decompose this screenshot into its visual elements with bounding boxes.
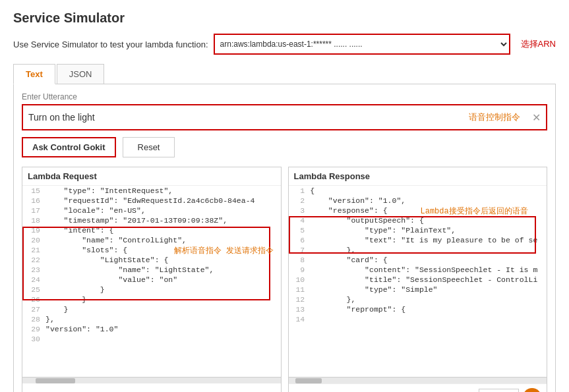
line-number: 29 <box>22 324 43 334</box>
line-number: 17 <box>22 206 43 215</box>
main-content: Enter Utterance 语音控制指令 ✕ Ask Control Gok… <box>13 84 556 392</box>
lambda-response-scrollbar-h[interactable] <box>289 377 547 383</box>
tab-json[interactable]: JSON <box>57 64 105 84</box>
line-number: 20 <box>22 235 43 245</box>
table-row: 30 <box>22 334 281 344</box>
line-number: 15 <box>22 186 43 196</box>
line-number: 26 <box>22 294 43 304</box>
lambda-request-code-table: 15 "type": "IntentRequest",16 "requestId… <box>22 186 281 344</box>
code-line: "version": "1.0" <box>43 324 281 334</box>
table-row: 5 "type": "PlainText", <box>289 225 547 235</box>
table-row: 6 "text": "It is my pleasure to be of se <box>289 235 547 245</box>
top-bar-label: Use Service Simulator to test your lambd… <box>13 40 208 49</box>
line-number: 13 <box>289 304 308 314</box>
code-line: "slots": { <box>43 245 281 255</box>
code-line <box>307 314 547 324</box>
table-row: 11 "type": "Simple" <box>289 285 547 294</box>
arn-select[interactable]: arn:aws:lambda:us-east-1:****** ...... .… <box>215 35 509 53</box>
lambda-request-scrollbar[interactable] <box>22 377 281 383</box>
code-line: "type": "PlainText", <box>307 225 547 235</box>
lambda-response-title: Lambda Response <box>289 167 547 186</box>
line-number: 5 <box>289 225 308 235</box>
code-line: "locale": "en-US", <box>43 206 281 215</box>
listen-button[interactable]: Listen <box>479 389 519 393</box>
line-number: 11 <box>289 285 308 294</box>
code-line: "name": "ControlLight", <box>43 235 281 245</box>
code-line: "text": "It is my pleasure to be of se <box>307 235 547 245</box>
response-bottom-bar: Listen ▶ <box>289 383 547 392</box>
code-line: } <box>43 285 281 294</box>
utterance-input[interactable] <box>23 105 462 129</box>
code-line: "version": "1.0", <box>307 196 547 206</box>
code-line: "outputSpeech": { <box>307 215 547 225</box>
table-row: 7 }, <box>289 245 547 255</box>
select-arn-button[interactable]: 选择ARN <box>521 38 556 50</box>
table-row: 23 "name": "LightState", <box>22 265 281 275</box>
table-row: 24 "value": "on" <box>22 275 281 285</box>
line-number: 12 <box>289 294 308 304</box>
action-buttons: Ask Control Gokit Reset <box>22 137 547 157</box>
arn-select-wrapper: arn:aws:lambda:us-east-1:****** ...... .… <box>214 34 510 55</box>
table-row: 12 }, <box>289 294 547 304</box>
line-number: 16 <box>22 196 43 206</box>
code-line: "name": "LightState", <box>43 265 281 275</box>
line-number: 14 <box>289 314 308 324</box>
lambda-response-code-table: 1{2 "version": "1.0",3 "response": {4 "o… <box>289 186 547 324</box>
code-line: "card": { <box>307 255 547 265</box>
table-row: 13 "reprompt": { <box>289 304 547 314</box>
line-number: 19 <box>22 225 43 235</box>
line-number: 6 <box>289 235 308 245</box>
table-row: 10 "title": "SessionSpeechlet - ControlL… <box>289 275 547 285</box>
play-button[interactable]: ▶ <box>523 388 541 392</box>
table-row: 18 "timestamp": "2017-01-13T09:09:38Z", <box>22 215 281 225</box>
lambda-request-code-area[interactable]: 15 "type": "IntentRequest",16 "requestId… <box>22 186 281 377</box>
line-number: 18 <box>22 215 43 225</box>
code-line: "content": "SessionSpeechlet - It is m <box>307 265 547 275</box>
table-row: 20 "name": "ControlLight", <box>22 235 281 245</box>
table-row: 14 <box>289 314 547 324</box>
lambda-response-panel: Lambda Response 1{2 "version": "1.0",3 "… <box>288 167 548 392</box>
line-number: 24 <box>22 275 43 285</box>
table-row: 26 } <box>22 294 281 304</box>
panels-row: Lambda Request 15 "type": "IntentRequest… <box>22 167 547 392</box>
line-number: 3 <box>289 206 308 215</box>
line-number: 1 <box>289 186 308 196</box>
clear-button[interactable]: ✕ <box>527 111 546 124</box>
table-row: 16 "requestId": "EdwRequestId.2a4c6cb0-8… <box>22 196 281 206</box>
table-row: 19 "intent": { <box>22 225 281 235</box>
line-number: 2 <box>289 196 308 206</box>
code-line: "response": { <box>307 206 547 215</box>
table-row: 25 } <box>22 285 281 294</box>
lambda-response-code-area[interactable]: 1{2 "version": "1.0",3 "response": {4 "o… <box>289 186 547 377</box>
code-line: "reprompt": { <box>307 304 547 314</box>
line-number: 27 <box>22 304 43 314</box>
utterance-label: Enter Utterance <box>22 92 547 101</box>
reset-button[interactable]: Reset <box>123 137 175 157</box>
line-number: 7 <box>289 245 308 255</box>
line-number: 8 <box>289 255 308 265</box>
table-row: 28}, <box>22 314 281 324</box>
code-line: }, <box>307 294 547 304</box>
code-line: } <box>43 304 281 314</box>
code-line: } <box>43 294 281 304</box>
code-line: "LightState": { <box>43 255 281 265</box>
code-line <box>43 334 281 344</box>
table-row: 3 "response": { <box>289 206 547 215</box>
lambda-request-title: Lambda Request <box>22 167 281 186</box>
line-number: 4 <box>289 215 308 225</box>
line-number: 30 <box>22 334 43 344</box>
ask-control-gokit-button[interactable]: Ask Control Gokit <box>22 137 116 157</box>
code-line: { <box>307 186 547 196</box>
table-row: 21 "slots": { <box>22 245 281 255</box>
tab-text[interactable]: Text <box>13 64 55 84</box>
utterance-input-row: 语音控制指令 ✕ <box>22 104 547 130</box>
table-row: 1{ <box>289 186 547 196</box>
table-row: 4 "outputSpeech": { <box>289 215 547 225</box>
lambda-request-scrollbar-thumb <box>36 378 75 383</box>
line-number: 10 <box>289 275 308 285</box>
line-number: 22 <box>22 255 43 265</box>
code-line: "type": "Simple" <box>307 285 547 294</box>
line-number: 23 <box>22 265 43 275</box>
table-row: 17 "locale": "en-US", <box>22 206 281 215</box>
code-line: "title": "SessionSpeechlet - ControlLi <box>307 275 547 285</box>
